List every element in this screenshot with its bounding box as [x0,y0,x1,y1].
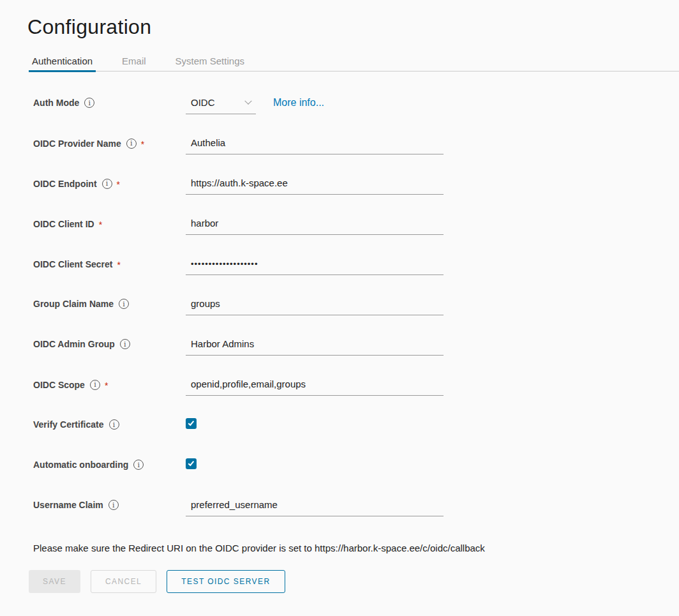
required-asterisk: * [117,178,120,189]
configuration-page: Configuration AuthenticationEmailSystem … [0,0,679,593]
field-label: OIDC Admin Group [33,339,115,349]
tab-system-settings[interactable]: System Settings [172,50,248,72]
info-icon[interactable]: i [108,500,119,510]
test-oidc-server-button[interactable]: TEST OIDC SERVER [167,570,285,593]
auth-mode-control: OIDCMore info... [186,97,324,114]
field-label-group: Auth Modei [33,97,186,108]
field-label: OIDC Endpoint [33,179,97,189]
cancel-button[interactable]: CANCEL [91,570,156,593]
info-icon[interactable]: i [119,299,129,309]
oidc-endpoint-control [186,177,444,195]
field-label-group: OIDC Endpointi* [33,177,186,189]
username-claim-input[interactable] [186,499,444,516]
form-row-oidc-admin-group: OIDC Admin Groupi [33,338,679,357]
select-value: OIDC [191,97,215,108]
redirect-uri-note: Please make sure the Redirect URI on the… [33,543,679,553]
required-asterisk: * [99,218,102,229]
group-claim-name-input[interactable] [186,298,444,315]
checkmark-icon [188,460,195,466]
field-label-group: OIDC Client Secret* [33,258,186,269]
required-asterisk: * [117,259,120,269]
info-icon[interactable]: i [109,419,119,430]
save-button[interactable]: SAVE [29,570,80,593]
field-label: OIDC Client Secret [33,259,112,269]
checkmark-icon [188,419,195,426]
more-info-link[interactable]: More info... [273,97,324,109]
automatic-onboarding-control [186,459,197,469]
auth-form: Auth ModeiOIDCMore info...OIDC Provider … [33,97,679,518]
username-claim-control [186,499,444,516]
field-label: Verify Certificate [33,419,104,430]
required-asterisk: * [105,379,108,390]
form-row-oidc-client-secret: OIDC Client Secret* [33,258,679,276]
page-title: Configuration [27,15,679,39]
field-label-group: Group Claim Namei [33,298,186,309]
automatic-onboarding-checkbox[interactable] [186,458,197,469]
field-label: Group Claim Name [33,299,114,309]
oidc-client-id-input[interactable] [186,218,444,235]
oidc-admin-group-control [186,338,444,356]
field-label: OIDC Scope [33,380,85,390]
form-row-automatic-onboarding: Automatic onboardingi [33,459,679,477]
info-icon[interactable]: i [84,98,94,108]
oidc-client-secret-control [186,258,444,275]
field-label-group: Verify Certificatei [33,419,186,430]
field-label-group: Automatic onboardingi [33,459,186,470]
info-icon[interactable]: i [133,460,144,470]
field-label: Automatic onboarding [33,460,128,470]
tab-authentication[interactable]: Authentication [29,50,96,72]
chevron-down-icon [244,97,251,104]
field-label-group: OIDC Admin Groupi [33,338,186,349]
field-label-group: OIDC Scopei* [33,379,186,390]
action-buttons: SAVE CANCEL TEST OIDC SERVER [29,570,679,593]
tab-email[interactable]: Email [119,50,149,72]
field-label-group: OIDC Provider Namei* [33,137,186,149]
info-icon[interactable]: i [120,339,130,349]
oidc-scope-input[interactable] [186,379,444,396]
field-label: Username Claim [33,500,103,510]
field-label-group: OIDC Client ID* [33,218,186,229]
info-icon[interactable]: i [102,179,112,189]
info-icon[interactable]: i [90,380,100,390]
oidc-provider-name-input[interactable] [186,137,444,154]
oidc-admin-group-input[interactable] [186,338,444,356]
required-asterisk: * [141,138,144,149]
oidc-provider-name-control [186,137,444,154]
auth-mode-select[interactable]: OIDC [186,97,256,114]
info-icon[interactable]: i [126,139,137,149]
oidc-scope-control [186,379,444,396]
verify-certificate-control [186,419,197,429]
field-label-group: Username Claimi [33,499,186,510]
form-row-auth-mode: Auth ModeiOIDCMore info... [33,97,679,116]
oidc-endpoint-input[interactable] [186,177,444,195]
field-label: Auth Mode [33,98,79,108]
form-row-oidc-endpoint: OIDC Endpointi* [33,177,679,196]
field-label: OIDC Client ID [33,219,94,229]
form-row-group-claim-name: Group Claim Namei [33,298,679,317]
oidc-client-secret-input[interactable] [186,258,444,275]
group-claim-name-control [186,298,444,315]
form-row-oidc-client-id: OIDC Client ID* [33,218,679,236]
tab-bar: AuthenticationEmailSystem Settings [29,50,679,71]
form-row-username-claim: Username Claimi [33,499,679,518]
form-row-oidc-scope: OIDC Scopei* [33,379,679,397]
form-row-oidc-provider-name: OIDC Provider Namei* [33,137,679,156]
form-row-verify-certificate: Verify Certificatei [33,419,679,437]
oidc-client-id-control [186,218,444,235]
verify-certificate-checkbox[interactable] [186,418,197,429]
field-label: OIDC Provider Name [33,139,121,149]
